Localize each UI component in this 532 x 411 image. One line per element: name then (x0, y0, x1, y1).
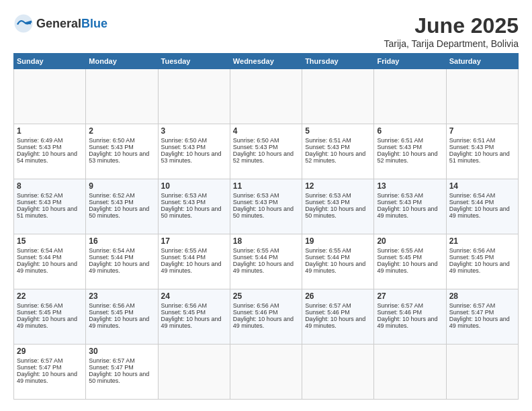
calendar-week-5: 29Sunrise: 6:57 AMSunset: 5:47 PMDayligh… (14, 345, 519, 400)
calendar-cell (230, 69, 302, 124)
sunset-text: Sunset: 5:44 PM (449, 199, 515, 205)
calendar-cell: 28Sunrise: 6:57 AMSunset: 5:47 PMDayligh… (446, 289, 518, 345)
calendar-cell (374, 345, 446, 400)
calendar-cell: 29Sunrise: 6:57 AMSunset: 5:47 PMDayligh… (14, 345, 86, 400)
sunset-text: Sunset: 5:45 PM (161, 309, 227, 316)
day-number: 4 (233, 126, 299, 136)
calendar-cell: 20Sunrise: 6:55 AMSunset: 5:45 PMDayligh… (374, 234, 446, 289)
sunset-text: Sunset: 5:46 PM (233, 309, 299, 316)
sunrise-text: Sunrise: 6:54 AM (449, 192, 515, 199)
daylight-text: Daylight: 10 hours and 53 minutes. (161, 150, 227, 164)
sunset-text: Sunset: 5:43 PM (305, 144, 371, 150)
logo-general-text: General (36, 17, 81, 30)
logo: GeneralBlue (13, 13, 107, 34)
sunrise-text: Sunrise: 6:56 AM (17, 302, 83, 309)
calendar-cell: 23Sunrise: 6:56 AMSunset: 5:45 PMDayligh… (86, 289, 158, 345)
day-number: 7 (449, 126, 515, 136)
daylight-text: Daylight: 10 hours and 50 minutes. (89, 205, 154, 219)
calendar-week-2: 8Sunrise: 6:52 AMSunset: 5:43 PMDaylight… (14, 179, 519, 234)
calendar-week-4: 22Sunrise: 6:56 AMSunset: 5:45 PMDayligh… (14, 289, 519, 345)
sunset-text: Sunset: 5:43 PM (89, 144, 154, 150)
calendar-cell: 11Sunrise: 6:53 AMSunset: 5:43 PMDayligh… (230, 179, 302, 234)
weekday-header-thursday: Thursday (302, 54, 374, 69)
daylight-text: Daylight: 10 hours and 51 minutes. (449, 150, 515, 164)
daylight-text: Daylight: 10 hours and 49 minutes. (377, 205, 443, 219)
calendar-cell (446, 69, 518, 124)
day-number: 18 (233, 236, 299, 246)
sunset-text: Sunset: 5:43 PM (17, 144, 83, 150)
calendar-cell (302, 69, 374, 124)
daylight-text: Daylight: 10 hours and 54 minutes. (17, 150, 83, 164)
calendar-cell: 26Sunrise: 6:57 AMSunset: 5:46 PMDayligh… (302, 289, 374, 345)
calendar-cell: 6Sunrise: 6:51 AMSunset: 5:43 PMDaylight… (374, 124, 446, 179)
sunrise-text: Sunrise: 6:51 AM (305, 137, 371, 144)
sunrise-text: Sunrise: 6:57 AM (89, 357, 154, 364)
day-number: 29 (17, 347, 83, 356)
weekday-header-wednesday: Wednesday (230, 54, 302, 69)
day-number: 10 (161, 181, 227, 191)
day-number: 9 (89, 181, 154, 191)
day-number: 12 (305, 181, 371, 191)
sunrise-text: Sunrise: 6:51 AM (377, 137, 443, 144)
sunrise-text: Sunrise: 6:56 AM (89, 302, 154, 309)
sunrise-text: Sunrise: 6:57 AM (17, 357, 83, 364)
calendar-cell: 16Sunrise: 6:54 AMSunset: 5:44 PMDayligh… (86, 234, 158, 289)
day-number: 5 (305, 126, 371, 136)
calendar-week-1: 1Sunrise: 6:49 AMSunset: 5:43 PMDaylight… (14, 124, 519, 179)
sunrise-text: Sunrise: 6:54 AM (17, 247, 83, 254)
sunset-text: Sunset: 5:44 PM (233, 254, 299, 261)
daylight-text: Daylight: 10 hours and 49 minutes. (161, 261, 227, 274)
calendar-cell: 8Sunrise: 6:52 AMSunset: 5:43 PMDaylight… (14, 179, 86, 234)
sunrise-text: Sunrise: 6:55 AM (161, 247, 227, 254)
calendar-cell: 7Sunrise: 6:51 AMSunset: 5:43 PMDaylight… (446, 124, 518, 179)
calendar-table: SundayMondayTuesdayWednesdayThursdayFrid… (13, 53, 519, 400)
day-number: 20 (377, 236, 443, 246)
sunset-text: Sunset: 5:43 PM (233, 144, 299, 150)
calendar-cell (158, 345, 230, 400)
weekday-header-saturday: Saturday (446, 54, 518, 69)
calendar-cell: 1Sunrise: 6:49 AMSunset: 5:43 PMDaylight… (14, 124, 86, 179)
daylight-text: Daylight: 10 hours and 49 minutes. (161, 316, 227, 329)
day-number: 16 (89, 236, 154, 246)
sunset-text: Sunset: 5:43 PM (377, 144, 443, 150)
page-header: GeneralBlue June 2025 Tarija, Tarija Dep… (13, 13, 519, 49)
sunset-text: Sunset: 5:46 PM (377, 309, 443, 316)
sunrise-text: Sunrise: 6:57 AM (449, 302, 515, 309)
day-number: 21 (449, 236, 515, 246)
daylight-text: Daylight: 10 hours and 49 minutes. (449, 316, 515, 329)
calendar-week-3: 15Sunrise: 6:54 AMSunset: 5:44 PMDayligh… (14, 234, 519, 289)
day-number: 2 (89, 126, 154, 136)
sunrise-text: Sunrise: 6:56 AM (233, 302, 299, 309)
calendar-cell (446, 345, 518, 400)
calendar-body: 1Sunrise: 6:49 AMSunset: 5:43 PMDaylight… (14, 69, 519, 400)
sunrise-text: Sunrise: 6:56 AM (161, 302, 227, 309)
calendar-cell: 5Sunrise: 6:51 AMSunset: 5:43 PMDaylight… (302, 124, 374, 179)
day-number: 8 (17, 181, 83, 191)
daylight-text: Daylight: 10 hours and 52 minutes. (305, 150, 371, 164)
day-number: 25 (233, 291, 299, 301)
day-number: 17 (161, 236, 227, 246)
daylight-text: Daylight: 10 hours and 49 minutes. (449, 261, 515, 274)
daylight-text: Daylight: 10 hours and 49 minutes. (89, 316, 154, 329)
day-number: 26 (305, 291, 371, 301)
weekday-header-sunday: Sunday (14, 54, 86, 69)
logo-icon (13, 13, 34, 34)
calendar-cell: 24Sunrise: 6:56 AMSunset: 5:45 PMDayligh… (158, 289, 230, 345)
daylight-text: Daylight: 10 hours and 53 minutes. (89, 150, 154, 164)
sunset-text: Sunset: 5:44 PM (305, 254, 371, 261)
daylight-text: Daylight: 10 hours and 50 minutes. (305, 205, 371, 219)
sunset-text: Sunset: 5:43 PM (17, 199, 83, 205)
sunset-text: Sunset: 5:43 PM (161, 199, 227, 205)
day-number: 23 (89, 291, 154, 301)
sunrise-text: Sunrise: 6:55 AM (377, 247, 443, 254)
sunset-text: Sunset: 5:45 PM (17, 309, 83, 316)
calendar-cell: 25Sunrise: 6:56 AMSunset: 5:46 PMDayligh… (230, 289, 302, 345)
calendar-header-row: SundayMondayTuesdayWednesdayThursdayFrid… (14, 54, 519, 69)
day-number: 15 (17, 236, 83, 246)
sunrise-text: Sunrise: 6:50 AM (233, 137, 299, 144)
calendar-cell: 17Sunrise: 6:55 AMSunset: 5:44 PMDayligh… (158, 234, 230, 289)
sunrise-text: Sunrise: 6:53 AM (233, 192, 299, 199)
sunset-text: Sunset: 5:43 PM (161, 144, 227, 150)
daylight-text: Daylight: 10 hours and 52 minutes. (233, 150, 299, 164)
calendar-cell: 10Sunrise: 6:53 AMSunset: 5:43 PMDayligh… (158, 179, 230, 234)
